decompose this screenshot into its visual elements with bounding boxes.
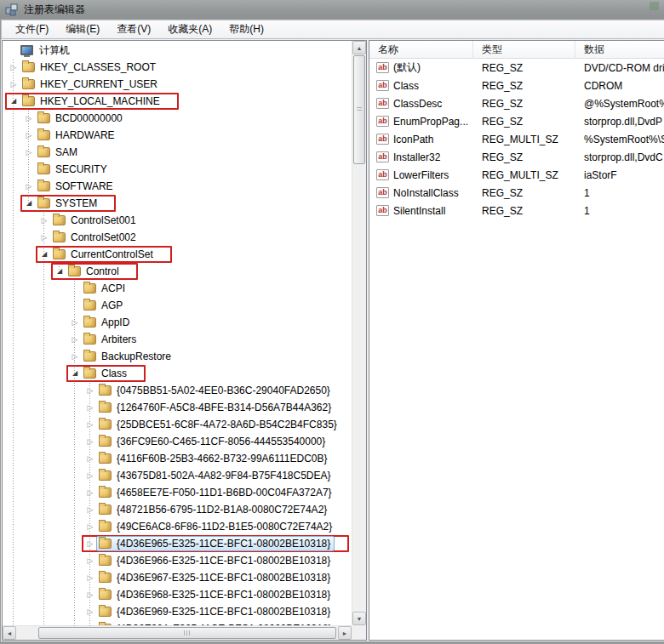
tree-item[interactable]: {4658EE7E-F050-11D1-B6BD-00C04FA372A7} <box>96 485 336 500</box>
tree-row[interactable]: ▷SAM <box>3 144 351 161</box>
tree-item[interactable]: SECURITY <box>35 162 112 177</box>
scroll-right-button[interactable]: ► <box>338 626 352 640</box>
tree-row[interactable]: ▷{4658EE7E-F050-11D1-B6BD-00C04FA372A7} <box>3 484 351 501</box>
tree-item[interactable]: ACPI <box>81 281 129 296</box>
expand-arrow-icon[interactable]: ▷ <box>84 467 96 484</box>
tree-row[interactable]: 计算机 <box>3 42 351 59</box>
expand-arrow-icon[interactable]: ▷ <box>84 586 96 603</box>
value-row[interactable]: abSilentInstallREG_SZ1 <box>369 202 664 219</box>
value-row[interactable]: abLowerFiltersREG_MULTI_SZiaStorF <box>369 166 664 184</box>
expand-arrow-icon[interactable]: ▷ <box>23 127 35 144</box>
tree-row[interactable]: ▷ControlSet002 <box>3 229 351 246</box>
tree-item[interactable]: HKEY_CURRENT_USER <box>20 77 162 92</box>
tree-row[interactable]: ▷{1264760F-A5C8-4BFE-B314-D56A7B44A362} <box>3 399 351 416</box>
expand-arrow-icon[interactable]: ▷ <box>69 331 81 348</box>
tree-row[interactable]: ◢HKEY_LOCAL_MACHINE <box>3 93 351 110</box>
value-row[interactable]: abIconPathREG_MULTI_SZ%SystemRoot%\S <box>369 130 664 148</box>
expand-arrow-icon[interactable]: ▷ <box>69 348 81 365</box>
tree-item[interactable]: {0475BB51-5A02-4EE0-B36C-29040FAD2650} <box>96 383 335 398</box>
value-row[interactable]: abNoInstallClassREG_SZ1 <box>369 184 664 202</box>
expand-arrow-icon[interactable]: ▷ <box>84 552 96 569</box>
tree-item[interactable]: HKEY_LOCAL_MACHINE <box>20 94 164 109</box>
tree-item[interactable]: AppID <box>81 315 134 330</box>
tree-item[interactable]: SYSTEM <box>35 196 101 211</box>
tree-item[interactable]: Arbiters <box>81 332 140 347</box>
collapse-arrow-icon[interactable]: ◢ <box>23 195 35 212</box>
value-row[interactable]: abClassDescREG_SZ@%SystemRoot%\ <box>369 94 664 112</box>
tree-row[interactable]: ▷HKEY_CURRENT_USER <box>3 76 351 93</box>
menu-favorites[interactable]: 收藏夹(A) <box>159 20 220 39</box>
tree-row[interactable]: ▷Arbiters <box>3 331 351 348</box>
tree-row[interactable]: AGP <box>3 297 351 314</box>
tree-item[interactable]: {4D36E96A-E325-11CE-BFC1-08002BE10318} <box>96 621 336 625</box>
column-header-data[interactable]: 数据 <box>575 41 664 59</box>
tree-item[interactable]: SAM <box>35 145 82 160</box>
collapse-arrow-icon[interactable]: ◢ <box>54 263 66 280</box>
tree-item[interactable]: ControlSet001 <box>50 213 140 228</box>
tree-row[interactable]: SECURITY <box>3 161 351 178</box>
title-bar[interactable]: 注册表编辑器 <box>0 0 664 19</box>
tree-row[interactable]: ▷ControlSet001 <box>3 212 351 229</box>
expand-arrow-icon[interactable]: ▷ <box>38 229 50 246</box>
tree-item[interactable]: {36FC9E60-C465-11CF-8056-444553540000} <box>96 434 329 449</box>
tree-item[interactable]: Class <box>81 366 131 381</box>
selected-tree-item[interactable]: {4D36E965-E325-11CE-BFC1-08002BE10318} <box>96 536 335 551</box>
tree-row[interactable]: ▷{4116F60B-25B3-4662-B732-99A6111EDC0B} <box>3 450 351 467</box>
horizontal-scroll-thumb[interactable] <box>38 627 336 639</box>
expand-arrow-icon[interactable]: ▷ <box>84 620 96 625</box>
value-row[interactable]: abEnumPropPag...REG_SZstorprop.dll,DvdP <box>369 112 664 130</box>
menu-help[interactable]: 帮助(H) <box>220 20 272 39</box>
tree-row[interactable]: ◢CurrentControlSet <box>3 246 351 263</box>
tree-item[interactable]: Control <box>66 264 123 279</box>
tree-item[interactable]: {49CE6AC8-6F86-11D2-B1E5-0080C72E74A2} <box>96 519 336 534</box>
tree-row[interactable]: ▷AppID <box>3 314 351 331</box>
tree-row[interactable]: ▷HKEY_CLASSES_ROOT <box>3 59 351 76</box>
scroll-down-button[interactable]: ▼ <box>352 612 366 625</box>
scroll-left-button[interactable]: ◄ <box>3 626 16 640</box>
expand-arrow-icon[interactable]: ▷ <box>69 314 81 331</box>
tree-row[interactable]: ▷BackupRestore <box>3 348 351 365</box>
expand-arrow-icon[interactable]: ▷ <box>23 110 35 127</box>
menu-edit[interactable]: 编辑(E) <box>57 20 108 39</box>
expand-arrow-icon[interactable]: ▷ <box>84 603 96 620</box>
tree-item[interactable]: BackupRestore <box>81 349 175 364</box>
tree-vertical-scrollbar[interactable]: ▲ ▼ <box>352 41 366 625</box>
tree-item[interactable]: BCD00000000 <box>35 111 127 126</box>
expand-arrow-icon[interactable]: ▷ <box>84 569 96 586</box>
expand-arrow-icon[interactable]: ▷ <box>84 484 96 501</box>
tree-item[interactable]: {48721B56-6795-11D2-B1A8-0080C72E74A2} <box>96 502 331 517</box>
expand-arrow-icon[interactable]: ▷ <box>84 518 96 535</box>
tree-row[interactable]: ▷{49CE6AC8-6F86-11D2-B1E5-0080C72E74A2} <box>3 518 351 535</box>
tree-row[interactable]: ▷HARDWARE <box>3 127 351 144</box>
tree-row[interactable]: ▷{43675D81-502A-4A82-9F84-B75F418C5DEA} <box>3 467 351 484</box>
tree-row[interactable]: ◢Class <box>3 365 351 382</box>
expand-arrow-icon[interactable]: ▷ <box>84 433 96 450</box>
tree-row[interactable]: ▷{48721B56-6795-11D2-B1A8-0080C72E74A2} <box>3 501 351 518</box>
tree-row[interactable]: ACPI <box>3 280 351 297</box>
value-row[interactable]: abInstaller32REG_SZstorprop.dll,DvdC <box>369 148 664 166</box>
tree-item[interactable]: {4116F60B-25B3-4662-B732-99A6111EDC0B} <box>96 451 332 466</box>
expand-arrow-icon[interactable]: ▷ <box>84 399 96 416</box>
scroll-up-button[interactable]: ▲ <box>352 41 366 54</box>
expand-arrow-icon[interactable]: ▷ <box>23 178 35 195</box>
expand-arrow-icon[interactable]: ▷ <box>84 382 96 399</box>
collapse-arrow-icon[interactable]: ◢ <box>69 365 81 382</box>
tree-horizontal-scrollbar[interactable]: ◄ ► <box>3 625 352 640</box>
menu-file[interactable]: 文件(F) <box>7 20 57 39</box>
column-header-name[interactable]: 名称 <box>369 41 473 59</box>
collapse-arrow-icon[interactable]: ◢ <box>38 246 50 263</box>
tree-item[interactable]: {4D36E968-E325-11CE-BFC1-08002BE10318} <box>96 587 335 602</box>
tree-item[interactable]: {43675D81-502A-4A82-9F84-B75F418C5DEA} <box>96 468 335 483</box>
menu-view[interactable]: 查看(V) <box>108 20 159 39</box>
tree-item[interactable]: HKEY_CLASSES_ROOT <box>20 60 160 75</box>
tree-item[interactable]: SOFTWARE <box>35 179 117 194</box>
value-row[interactable]: ab(默认)REG_SZDVD/CD-ROM dri <box>369 59 664 77</box>
expand-arrow-icon[interactable]: ▷ <box>23 144 35 161</box>
expand-arrow-icon[interactable]: ▷ <box>84 416 96 433</box>
column-header-type[interactable]: 类型 <box>473 41 575 59</box>
tree-item[interactable]: {4D36E969-E325-11CE-BFC1-08002BE10318} <box>96 604 335 619</box>
tree-item[interactable]: {4D36E966-E325-11CE-BFC1-08002BE10318} <box>96 553 335 568</box>
tree-row[interactable]: ▷{25DBCE51-6C8F-4A72-8A6D-B54C2B4FC835} <box>3 416 351 433</box>
collapse-arrow-icon[interactable]: ◢ <box>8 93 20 110</box>
tree-item[interactable]: {4D36E967-E325-11CE-BFC1-08002BE10318} <box>96 570 335 585</box>
